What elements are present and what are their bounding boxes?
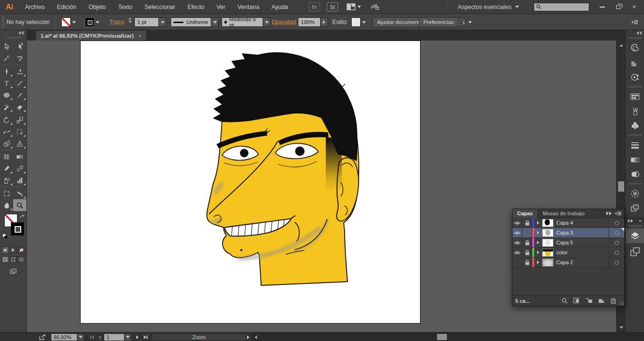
appearance-panel-icon[interactable] <box>626 186 644 201</box>
panel-grip[interactable] <box>1 16 5 28</box>
recolor-artwork-icon[interactable] <box>626 70 644 84</box>
fill-color-swatch[interactable] <box>61 14 77 30</box>
layer-target-circle[interactable] <box>609 238 624 247</box>
panel-grip[interactable] <box>6 37 20 39</box>
layer-name[interactable]: Capa 2 <box>553 258 609 267</box>
layer-visibility-toggle[interactable] <box>512 258 522 267</box>
symbol-sprayer-tool[interactable] <box>0 174 13 186</box>
app-logo[interactable]: Ai <box>0 3 19 11</box>
expand-panels-button[interactable] <box>626 30 644 36</box>
delete-layer-button[interactable] <box>607 298 619 304</box>
screen-mode-button[interactable] <box>8 268 18 275</box>
direct-selection-tool[interactable] <box>13 41 26 52</box>
layer-lock-toggle[interactable] <box>522 258 532 267</box>
layer-target-circle[interactable] <box>609 218 624 227</box>
make-clipping-mask-button[interactable] <box>570 298 583 304</box>
mesh-tool[interactable] <box>0 151 13 162</box>
search-input[interactable] <box>543 4 586 10</box>
scale-tool[interactable] <box>13 114 26 126</box>
layer-thumbnail[interactable] <box>542 229 553 237</box>
graphic-styles-panel-icon[interactable] <box>626 201 644 215</box>
layer-lock-toggle[interactable] <box>522 228 532 237</box>
scroll-up-icon[interactable] <box>617 41 626 49</box>
menu-archivo[interactable]: Archivo <box>19 0 51 14</box>
layer-thumbnail[interactable] <box>542 249 553 257</box>
stroke-width-stepper[interactable] <box>128 17 132 27</box>
new-sublayer-button[interactable] <box>583 298 595 304</box>
slice-tool[interactable] <box>13 187 26 199</box>
scroll-down-icon[interactable] <box>617 324 626 331</box>
magic-wand-tool[interactable] <box>0 52 13 64</box>
close-subdock-icon[interactable]: × <box>639 218 642 224</box>
expand-subdock-icon[interactable] <box>628 219 633 223</box>
layer-visibility-toggle[interactable] <box>512 248 522 257</box>
share-button[interactable] <box>39 333 47 341</box>
artboards-panel-icon[interactable] <box>626 243 644 261</box>
layer-row-capa-3[interactable]: Capa 3 <box>512 228 624 238</box>
gradient-panel-icon[interactable] <box>626 152 644 167</box>
horizontal-scrollbar[interactable] <box>252 333 644 341</box>
shape-builder-tool[interactable] <box>0 138 13 149</box>
minimize-button[interactable] <box>596 2 608 12</box>
layer-expand-arrow[interactable] <box>534 228 542 237</box>
zoom-level-combo[interactable]: 66,92% <box>51 333 84 341</box>
style-swatch[interactable] <box>351 14 367 30</box>
column-graph-tool[interactable] <box>13 174 26 186</box>
gradient-tool[interactable] <box>13 151 26 162</box>
panel-menu-icon[interactable] <box>631 14 638 30</box>
transparency-panel-icon[interactable] <box>626 167 644 181</box>
pen-tool[interactable] <box>0 65 13 77</box>
scroll-left-icon[interactable] <box>255 333 257 341</box>
layer-thumbnail[interactable] <box>542 219 553 227</box>
restore-button[interactable] <box>612 2 624 12</box>
artboard[interactable] <box>80 41 421 324</box>
artboard-tool[interactable] <box>0 187 13 199</box>
selection-tool[interactable] <box>0 41 13 52</box>
layer-row-color[interactable]: color <box>512 248 624 258</box>
layer-target-circle[interactable] <box>609 248 624 257</box>
panel-menu-icon[interactable] <box>615 211 621 216</box>
default-fill-stroke-icon[interactable] <box>2 234 8 239</box>
status-menu-arrow[interactable] <box>247 333 249 341</box>
symbols-panel-icon[interactable] <box>626 118 644 133</box>
color-panel-icon[interactable] <box>626 41 644 55</box>
stroke-color-well[interactable] <box>11 222 24 235</box>
layer-expand-arrow[interactable] <box>534 218 542 227</box>
close-tab-icon[interactable]: × <box>139 33 141 39</box>
bridge-button[interactable]: Br <box>309 2 320 11</box>
menu-ver[interactable]: Ver <box>210 0 231 14</box>
arrange-documents-button[interactable] <box>347 3 361 10</box>
free-transform-tool[interactable] <box>13 126 26 138</box>
line-segment-tool[interactable] <box>13 77 26 89</box>
layer-expand-arrow[interactable] <box>534 248 542 257</box>
opacity-combo[interactable]: 100% <box>298 14 328 30</box>
search-box[interactable] <box>534 3 589 11</box>
layer-thumbnail[interactable] <box>542 259 553 267</box>
artboard-number-combo[interactable]: 1 <box>104 333 132 341</box>
blend-tool[interactable] <box>13 162 26 174</box>
layer-visibility-toggle[interactable] <box>512 228 522 237</box>
layer-expand-arrow[interactable] <box>534 258 542 267</box>
layers-panel-icon[interactable] <box>626 228 644 243</box>
gradient-mode-button[interactable] <box>10 247 17 253</box>
layer-lock-toggle[interactable] <box>522 248 532 257</box>
last-artboard-button[interactable] <box>144 333 148 341</box>
menu-edicin[interactable]: Edición <box>51 0 83 14</box>
width-profile-combo[interactable]: Uniforme <box>171 14 219 30</box>
stroke-width-combo[interactable]: 1 pt <box>134 14 166 30</box>
vertical-scroll-thumb[interactable] <box>618 181 624 192</box>
hand-tool[interactable] <box>0 199 13 211</box>
workspace-switcher[interactable]: Aspectos esenciales <box>451 4 526 10</box>
layer-row-capa-2[interactable]: Capa 2 <box>512 258 624 268</box>
gpu-performance-icon[interactable] <box>369 2 379 12</box>
layer-visibility-toggle[interactable] <box>512 218 522 227</box>
layer-name[interactable]: Capa 4 <box>553 218 609 227</box>
layer-name[interactable]: Capa 5 <box>553 238 609 247</box>
layer-target-circle[interactable] <box>609 258 624 267</box>
stroke-label[interactable]: Trazo: <box>109 14 125 30</box>
brushes-panel-icon[interactable] <box>626 104 644 118</box>
layer-lock-toggle[interactable] <box>522 218 532 227</box>
menu-ayuda[interactable]: Ayuda <box>265 0 294 14</box>
color-mode-button[interactable] <box>2 247 9 253</box>
ellipse-tool[interactable] <box>0 89 13 101</box>
